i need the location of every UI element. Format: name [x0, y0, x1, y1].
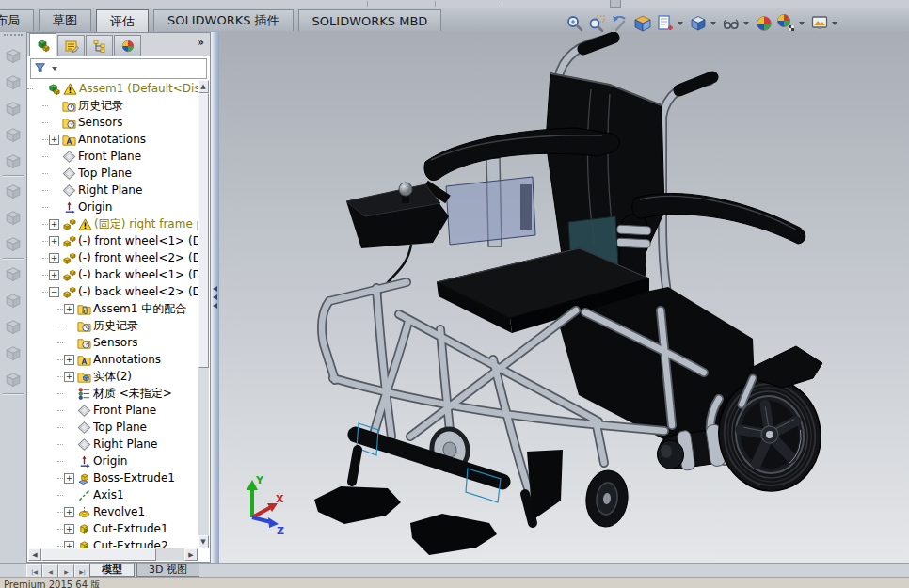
tab-layout[interactable]: 布局 — [0, 9, 34, 31]
tree-item-right-plane-1[interactable]: Right Plane — [27, 182, 198, 199]
tree-item-label: Sensors — [93, 336, 137, 349]
tree-item-assem1-root[interactable]: Assem1 (Default<Displa — [27, 80, 198, 97]
tree-item-annotations-1[interactable]: + Annotations — [27, 131, 198, 148]
expand-toggle-icon[interactable]: + — [49, 219, 59, 230]
tab-model[interactable]: 模型 — [89, 564, 135, 577]
tree-item-boss-extrude1[interactable]: + Boss-Extrude1 — [27, 469, 198, 486]
tree-item-material[interactable]: 材质 <未指定> — [27, 385, 198, 402]
dropdown-caret-icon[interactable] — [743, 22, 749, 25]
expand-toggle-icon[interactable]: + — [64, 507, 74, 517]
display-style-button[interactable] — [721, 13, 752, 34]
expand-toggle-icon[interactable]: + — [49, 253, 59, 263]
expand-toggle-icon[interactable]: + — [64, 541, 74, 549]
zoom-to-area-button[interactable] — [587, 13, 608, 34]
dropdown-caret-icon[interactable] — [832, 22, 837, 25]
tree-item-solid-bodies[interactable]: + 实体(2) — [27, 368, 198, 385]
doc-nav-next-button[interactable]: ▶ — [58, 564, 74, 578]
tree-item-back-wheel-2[interactable]: − (-) back wheel<2> (Defa — [27, 283, 198, 300]
tree-item-cut-extrude2[interactable]: + Cut-Extrude2 — [27, 537, 198, 548]
scrollbar-thumb[interactable] — [198, 93, 209, 368]
dropdown-caret-icon[interactable] — [678, 22, 683, 25]
expand-toggle-icon[interactable]: + — [49, 236, 59, 246]
feature-tool-10-button[interactable] — [2, 288, 24, 312]
tree-item-front-plane-1[interactable]: Front Plane — [27, 148, 198, 165]
tree-item-revolve1[interactable]: + Revolve1 — [27, 503, 198, 520]
tree-item-sensors-1[interactable]: Sensors — [27, 114, 198, 131]
panel-overflow-chevron[interactable]: » — [197, 36, 204, 49]
doc-nav-prev-button[interactable]: ◀ — [42, 564, 58, 578]
tree-item-top-plane-1[interactable]: Top Plane — [27, 165, 198, 182]
toolbar-grip[interactable] — [4, 34, 23, 41]
feature-tool-11-button[interactable] — [2, 314, 24, 339]
tab-solidworks-addins[interactable]: SOLIDWORKS 插件 — [153, 9, 294, 31]
expand-toggle-icon[interactable]: − — [49, 287, 59, 297]
expand-toggle-icon[interactable]: + — [49, 270, 59, 280]
feature-tool-2-button[interactable] — [2, 70, 24, 94]
tree-item-mates-in-assem1[interactable]: + Assem1 中的配合 — [27, 300, 198, 317]
tree-item-origin-1[interactable]: Origin — [27, 199, 198, 215]
section-view-button[interactable] — [632, 13, 653, 34]
tab-sketch[interactable]: 草图 — [39, 9, 91, 31]
expand-toggle-icon[interactable]: + — [49, 135, 59, 145]
tree-filter-bar[interactable] — [30, 58, 207, 79]
scroll-right-button[interactable]: ▶ — [184, 548, 198, 561]
scroll-up-button[interactable]: ▲ — [198, 80, 209, 93]
tree-item-sensors-2[interactable]: Sensors — [27, 334, 198, 351]
expand-toggle-icon[interactable]: + — [64, 524, 74, 534]
scrollbar-thumb[interactable] — [41, 548, 156, 561]
feature-tool-7-button[interactable] — [2, 205, 24, 230]
tree-item-label: Front Plane — [78, 150, 141, 163]
graphics-viewport[interactable]: Y X Z — [219, 32, 909, 567]
fm-tab-featuremanager-design-tree[interactable] — [29, 33, 56, 56]
tab-solidworks-mbd[interactable]: SOLIDWORKS MBD — [298, 9, 442, 31]
feature-tool-1-button[interactable] — [2, 43, 24, 68]
tree-item-origin-2[interactable]: Origin — [27, 453, 198, 469]
feature-tool-8-button[interactable] — [2, 231, 24, 256]
tree-item-history-1[interactable]: 历史记录 — [27, 97, 198, 114]
view-orientation-button[interactable] — [688, 13, 719, 34]
edit-appearance-button[interactable] — [776, 13, 807, 34]
panel-splitter[interactable] — [211, 32, 219, 563]
expand-toggle-icon[interactable]: + — [64, 304, 74, 314]
tree-item-top-plane-2[interactable]: Top Plane — [27, 419, 198, 436]
annotation-views-button[interactable] — [655, 13, 686, 34]
tree-item-front-wheel-1[interactable]: + (-) front wheel<1> (Defa — [27, 232, 198, 249]
scroll-left-button[interactable]: ◀ — [28, 548, 41, 561]
fm-tab-property-manager[interactable] — [57, 35, 85, 56]
scroll-down-button[interactable]: ▼ — [198, 535, 209, 548]
tree-item-front-plane-2[interactable]: Front Plane — [27, 402, 198, 419]
tree-item-cut-extrude1[interactable]: + Cut-Extrude1 — [27, 520, 198, 537]
tree-item-back-wheel-1[interactable]: + (-) back wheel<1> (Defa — [27, 266, 198, 283]
dropdown-caret-icon[interactable] — [799, 22, 805, 25]
feature-tool-6-button[interactable] — [2, 179, 24, 203]
expand-toggle-icon[interactable]: + — [64, 473, 74, 484]
dropdown-caret-icon[interactable] — [710, 22, 716, 25]
feature-tool-5-button[interactable] — [2, 149, 24, 173]
expand-toggle-icon[interactable]: + — [64, 372, 74, 382]
menu-separator — [367, 1, 368, 7]
tree-vertical-scrollbar[interactable]: ▲ ▼ — [198, 80, 209, 548]
tab-3d-views[interactable]: 3D 视图 — [136, 564, 199, 577]
feature-tool-4-button[interactable] — [2, 122, 24, 147]
hide-show-items-button[interactable] — [754, 13, 774, 34]
feature-tool-13-button[interactable] — [2, 367, 24, 391]
fm-tab-configuration-manager[interactable] — [86, 35, 113, 56]
feature-tool-9-button[interactable] — [2, 262, 24, 286]
tab-evaluate[interactable]: 评估 — [96, 9, 149, 33]
tree-item-history-2[interactable]: 历史记录 — [27, 317, 198, 334]
tree-item-front-wheel-2[interactable]: + (-) front wheel<2> (Defa — [27, 249, 198, 266]
tree-item-right-frame-part[interactable]: + (固定) right frame pa — [27, 215, 198, 232]
doc-nav-first-button[interactable]: |◀ — [26, 564, 42, 578]
tree-item-annotations-2[interactable]: + Annotations — [27, 351, 198, 368]
zoom-to-fit-button[interactable] — [565, 13, 585, 34]
previous-view-button[interactable] — [610, 13, 630, 34]
apply-scene-button[interactable] — [809, 13, 840, 34]
feature-tool-12-button[interactable] — [2, 341, 24, 365]
expand-toggle-icon[interactable]: + — [64, 355, 74, 365]
tree-item-right-plane-2[interactable]: Right Plane — [27, 436, 198, 453]
tree-horizontal-scrollbar[interactable]: ◀ ▶ — [28, 548, 198, 561]
tree-item-axis1[interactable]: Axis1 — [27, 486, 198, 503]
feature-tool-3-button[interactable] — [2, 96, 24, 120]
doc-nav-last-button[interactable]: ▶| — [74, 564, 90, 578]
fm-tab-display-manager[interactable] — [114, 35, 141, 56]
